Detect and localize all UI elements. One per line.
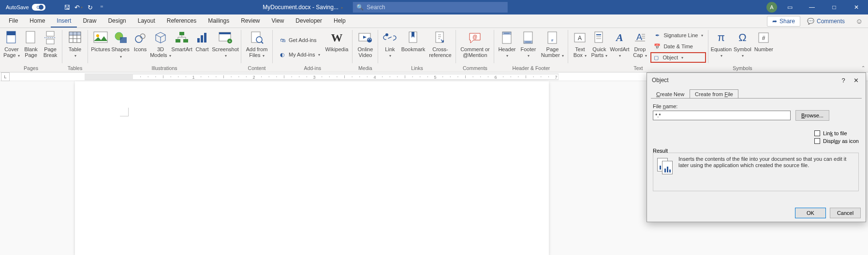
group-label-pages: Pages [24,65,38,71]
icons-icon [132,30,148,45]
bookmark-button[interactable]: Bookmark [399,29,427,52]
ok-button[interactable]: OK [795,208,826,218]
page-break-icon [43,30,58,45]
number-button[interactable]: #Number [753,29,774,52]
dialog-tab-create-new[interactable]: C/*noop*/reate New [651,89,690,99]
feedback-icon[interactable]: ☺ [854,16,864,26]
browse-button[interactable]: Browse... [795,110,829,121]
tab-references[interactable]: References [161,14,202,28]
icons-button[interactable]: Icons [131,29,150,52]
minimize-icon[interactable]: — [802,0,822,14]
shapes-button[interactable]: Shapes ▾ [111,29,131,60]
cancel-button[interactable]: Cancel [830,208,861,218]
quick-parts-button[interactable]: Quick Parts ▾ [589,29,609,59]
tab-selector-icon[interactable]: L [1,72,10,81]
link-to-file-checkbox[interactable]: Link to file [814,130,859,136]
object-button[interactable]: ▢Object▾ [650,52,706,63]
bookmark-icon [405,30,421,45]
date-time-button[interactable]: 📅Date & Time [650,41,706,52]
tab-layout[interactable]: Layout [132,14,161,28]
svg-point-16 [135,36,142,42]
user-avatar[interactable]: A [766,2,777,13]
wordart-button[interactable]: AWordArt▾ [609,29,630,59]
share-icon: ➦ [772,18,777,25]
tab-file[interactable]: File [3,14,24,28]
svg-text:@: @ [472,34,477,40]
autosave-state: On [37,5,43,10]
group-label-comments: Comments [463,65,487,71]
cross-reference-button[interactable]: Cross-reference [427,29,454,58]
titlebar: AutoSave On 🖫 ↶▾ ↻ ⁼ MyDocument.docx - S… [0,0,868,14]
display-as-icon-checkbox[interactable]: Display as icon [814,138,859,144]
blank-page-button[interactable]: Blank Page [21,29,41,58]
search-icon: 🔍 [356,4,364,11]
page-break-button[interactable]: Page Break [41,29,60,58]
header-button[interactable]: Header▾ [496,29,517,59]
tab-mailings[interactable]: Mailings [202,14,235,28]
tab-review[interactable]: Review [235,14,265,28]
wikipedia-button[interactable]: WWikipedia [323,29,350,52]
group-label-symbols: Symbols [733,65,752,71]
tab-insert[interactable]: Insert [51,14,77,28]
search-input[interactable]: 🔍 Search [353,2,507,13]
svg-point-37 [385,33,388,36]
comments-button[interactable]: 💬Comments [802,16,850,26]
cover-page-button[interactable]: Cover Page ▾ [2,29,21,59]
pictures-button[interactable]: Pictures [90,29,111,52]
ribbon-tabs: File Home Insert Draw Design Layout Refe… [0,14,868,28]
autosave-toggle[interactable]: AutoSave On [6,4,54,11]
my-addins-button[interactable]: ◐My Add-ins▾ [276,49,323,60]
footer-button[interactable]: Footer▾ [517,29,539,59]
blank-page-icon [23,30,39,45]
shapes-icon [113,30,129,45]
comment-icon: 💬 [807,18,814,25]
close-icon[interactable]: ✕ [847,0,866,14]
horizontal-ruler[interactable]: 1234567 [85,73,559,81]
comment-mention-button[interactable]: @Comment or @Mention [458,29,492,58]
svg-rect-15 [120,37,127,43]
group-label-content: Content [248,65,266,71]
tab-home[interactable]: Home [24,14,51,28]
dialog-close-icon[interactable]: ✕ [851,77,861,84]
page[interactable] [75,81,549,255]
svg-rect-19 [176,39,180,42]
add-from-files-button[interactable]: Add from Files ▾ [243,29,270,59]
screenshot-button[interactable]: +Screenshot▾ [212,29,239,59]
share-button[interactable]: ➦Share [767,16,800,27]
online-video-button[interactable]: Online Video [354,29,376,58]
table-button[interactable]: Table▾ [64,29,86,59]
page-number-button[interactable]: #Page Number ▾ [539,29,566,59]
tab-developer[interactable]: Developer [290,14,328,28]
drop-cap-button[interactable]: ADrop Cap ▾ [630,29,649,59]
link-icon [382,30,397,45]
qat-customize-icon[interactable]: ⁼ [97,2,107,13]
text-box-button[interactable]: AText Box ▾ [570,29,589,59]
file-name-input[interactable] [653,111,791,120]
svg-rect-1 [7,31,15,35]
redo-icon[interactable]: ↻ [85,2,96,13]
save-icon[interactable]: 🖫 [62,2,73,13]
equation-button[interactable]: πEquation▾ [710,29,732,59]
smartart-button[interactable]: SmartArt [171,29,192,52]
undo-icon[interactable]: ↶▾ [74,2,84,13]
tab-design[interactable]: Design [102,14,132,28]
link-button[interactable]: Link▾ [380,29,399,59]
symbol-button[interactable]: ΩSymbol▾ [732,29,753,59]
chart-button[interactable]: Chart [192,29,212,52]
result-illustration-icon [657,158,674,174]
wikipedia-icon: W [329,30,344,45]
dialog-tab-create-from-file[interactable]: Create from File [690,89,738,99]
document-title[interactable]: MyDocument.docx - Saving... ▾ [263,4,343,11]
tab-help[interactable]: Help [328,14,352,28]
group-symbols: πEquation▾ ΩSymbol▾ #Number Symbols [708,28,776,72]
signature-line-button[interactable]: ✒Signature Line▾ [650,30,706,41]
maximize-icon[interactable]: □ [824,0,844,14]
dialog-help-icon[interactable]: ? [839,77,848,84]
ribbon-display-icon[interactable]: ▭ [780,0,799,14]
get-addins-button[interactable]: 🛍Get Add-ins [276,35,323,45]
tab-draw[interactable]: Draw [77,14,102,28]
tab-view[interactable]: View [266,14,290,28]
svg-text:A: A [636,32,642,42]
3d-models-button[interactable]: 3D Models ▾ [150,29,171,59]
collapse-ribbon-icon[interactable]: ⌃ [861,65,865,71]
